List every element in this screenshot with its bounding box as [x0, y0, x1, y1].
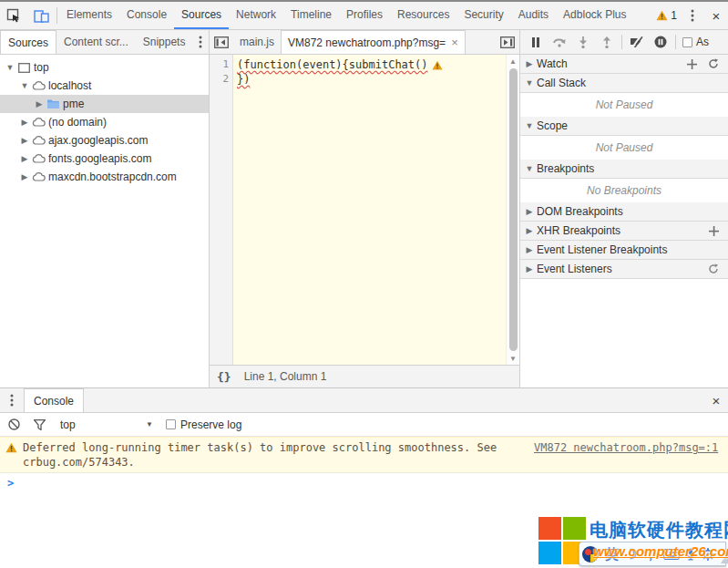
- warnings-badge[interactable]: 1: [652, 9, 681, 22]
- section-event-listener-breakpoints[interactable]: Event Listener Breakpoints: [520, 241, 728, 260]
- tree-item-maxcdn-bootstrapcdn[interactable]: maxcdn.bootstrapcdn.com: [0, 168, 209, 186]
- console-warning-message: Deferred long-running timer task(s) to i…: [0, 437, 728, 473]
- pretty-print-icon[interactable]: {}: [217, 370, 231, 384]
- add-xhr-breakpoint-icon[interactable]: [709, 226, 719, 236]
- console-messages: Deferred long-running timer task(s) to i…: [0, 437, 728, 568]
- console-tab[interactable]: Console: [24, 388, 84, 412]
- console-prompt[interactable]: >: [0, 473, 728, 493]
- preserve-log-checkbox[interactable]: Preserve log: [166, 418, 241, 431]
- tab-console[interactable]: Console: [119, 2, 174, 29]
- tree-item-label: localhost: [48, 79, 91, 92]
- navigator-tab-snippets[interactable]: Snippets: [136, 30, 193, 54]
- tab-adblock-plus[interactable]: Adblock Plus: [556, 2, 633, 29]
- execution-context-select[interactable]: top ▼: [56, 417, 157, 433]
- chevron-right-icon[interactable]: [19, 172, 30, 181]
- close-console-button[interactable]: ×: [704, 388, 728, 412]
- close-devtools-button[interactable]: ×: [704, 2, 728, 29]
- scroll-down-icon[interactable]: ▼: [509, 352, 517, 365]
- scope-status: Not Paused: [520, 136, 728, 160]
- add-watch-icon[interactable]: [687, 59, 697, 69]
- tree-item-localhost[interactable]: localhost: [0, 77, 209, 95]
- device-toolbar-icon[interactable]: [27, 2, 55, 29]
- scroll-up-icon[interactable]: ▲: [509, 55, 517, 67]
- section-label: Event Listener Breakpoints: [537, 243, 667, 256]
- show-drawer-icon[interactable]: [496, 30, 519, 54]
- call-stack-status: Not Paused: [520, 93, 728, 117]
- tab-resources[interactable]: Resources: [390, 2, 456, 29]
- inspect-element-icon[interactable]: [0, 2, 27, 29]
- chevron-down-icon[interactable]: [5, 63, 15, 72]
- step-over-icon[interactable]: [548, 31, 571, 53]
- chevron-right-icon[interactable]: [34, 99, 45, 108]
- warning-source-link[interactable]: VM872 newchatroom.php?msg=:1: [534, 440, 718, 455]
- cloud-icon: [30, 172, 46, 181]
- line-number-gutter: 1 2: [210, 55, 233, 365]
- chevron-right-icon: [524, 59, 535, 68]
- toolbar-divider: [56, 7, 57, 24]
- tree-item-ajax-googleapis[interactable]: ajax.googleapis.com: [0, 131, 209, 150]
- tab-profiles[interactable]: Profiles: [339, 2, 390, 29]
- code-text: (function(event){submitChat(): [237, 57, 428, 72]
- navigator-tab-content-scripts[interactable]: Content scr...: [56, 30, 136, 54]
- chevron-right-icon[interactable]: [19, 136, 30, 145]
- tree-item-label: (no domain): [48, 116, 107, 129]
- file-tab-vm872[interactable]: VM872 newchatroom.php?msg= ×: [281, 30, 466, 54]
- tab-security[interactable]: Security: [456, 2, 510, 29]
- navigator-more-icon[interactable]: [192, 30, 209, 54]
- clear-console-icon[interactable]: [5, 418, 22, 430]
- code-editor[interactable]: 1 2 (function(event){submitChat() }) ▲ ▼: [210, 55, 519, 365]
- refresh-watch-icon[interactable]: [708, 58, 719, 69]
- section-xhr-breakpoints[interactable]: XHR Breakpoints: [520, 222, 728, 241]
- close-tab-icon[interactable]: ×: [451, 36, 458, 49]
- inline-warning-icon[interactable]: [432, 60, 443, 70]
- tree-item-label: ajax.googleapis.com: [48, 134, 148, 147]
- section-dom-breakpoints[interactable]: DOM Breakpoints: [520, 202, 728, 222]
- section-label: XHR Breakpoints: [537, 224, 620, 237]
- context-value: top: [60, 418, 76, 431]
- chevron-right-icon: [524, 264, 535, 274]
- tree-item-pme[interactable]: pme: [0, 95, 209, 113]
- tree-item-top[interactable]: top: [0, 58, 209, 77]
- filter-icon[interactable]: [31, 419, 47, 430]
- chevron-down-icon: [524, 78, 535, 88]
- refresh-event-listeners-icon[interactable]: [708, 263, 719, 274]
- step-into-icon[interactable]: [571, 31, 595, 53]
- section-label: Call Stack: [537, 77, 586, 89]
- console-more-icon[interactable]: [0, 388, 24, 412]
- deactivate-breakpoints-icon[interactable]: [625, 31, 649, 53]
- toolbar-right: 1 ×: [652, 2, 728, 29]
- file-tab-mainjs[interactable]: main.js: [233, 30, 281, 54]
- tree-item-no-domain[interactable]: (no domain): [0, 113, 209, 131]
- cloud-icon: [30, 154, 46, 163]
- chevron-down-icon[interactable]: [19, 81, 30, 90]
- section-event-listeners[interactable]: Event Listeners: [520, 260, 728, 279]
- editor-scrollbar[interactable]: ▲ ▼: [506, 55, 519, 365]
- tab-timeline[interactable]: Timeline: [283, 2, 339, 29]
- chevron-right-icon[interactable]: [19, 154, 30, 163]
- async-checkbox[interactable]: As: [682, 36, 709, 48]
- tab-audits[interactable]: Audits: [511, 2, 556, 29]
- step-out-icon[interactable]: [595, 31, 619, 53]
- code-line-1: (function(event){submitChat(): [237, 57, 506, 72]
- section-label: Watch: [537, 57, 568, 70]
- more-options-icon[interactable]: [681, 2, 704, 29]
- chevron-right-icon[interactable]: [19, 118, 30, 127]
- tab-network[interactable]: Network: [229, 2, 283, 29]
- tab-sources[interactable]: Sources: [174, 2, 229, 29]
- pause-on-exceptions-icon[interactable]: [649, 31, 672, 53]
- section-call-stack[interactable]: Call Stack: [520, 74, 728, 93]
- debugger-sidebar: Watch Call Stack Not Paused Scope Not Pa…: [519, 55, 728, 387]
- pause-script-icon[interactable]: [524, 31, 548, 53]
- navigator-tab-sources[interactable]: Sources: [0, 30, 56, 54]
- checkbox-icon: [166, 419, 176, 429]
- section-scope[interactable]: Scope: [520, 117, 728, 136]
- code-content[interactable]: (function(event){submitChat() }): [233, 55, 506, 365]
- scrollbar-thumb[interactable]: [509, 68, 518, 351]
- section-watch[interactable]: Watch: [520, 55, 728, 74]
- tab-elements[interactable]: Elements: [59, 2, 119, 29]
- tree-item-fonts-googleapis[interactable]: fonts.googleapis.com: [0, 150, 209, 168]
- hide-navigator-icon[interactable]: [210, 30, 233, 54]
- section-breakpoints[interactable]: Breakpoints: [520, 160, 728, 179]
- frame-icon: [15, 63, 32, 73]
- cloud-icon: [30, 118, 46, 127]
